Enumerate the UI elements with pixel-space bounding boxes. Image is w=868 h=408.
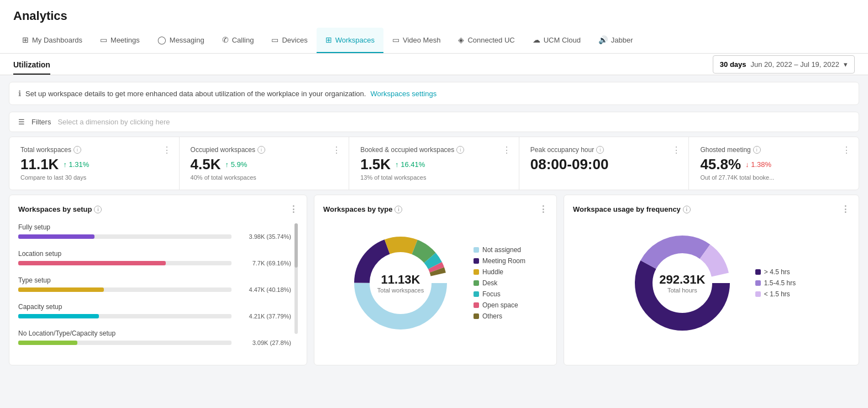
kpi-change: ↑ 16.41% xyxy=(395,160,425,169)
kpi-info-icon[interactable]: i xyxy=(73,146,81,154)
legend-item: Others xyxy=(474,312,525,320)
bar-fill xyxy=(18,341,77,345)
bar-track xyxy=(18,314,232,318)
nav-item-messaging[interactable]: ◯ Messaging xyxy=(149,28,213,53)
bar-row: No Location/Type/Capacity setup 3.09K (2… xyxy=(18,329,291,346)
kpi-peak-hour: Peak occupancy hour i 08:00-09:00 ⋮ xyxy=(519,137,690,190)
jabber-icon: 🔊 xyxy=(598,35,608,44)
legend-item: < 1.5 hrs xyxy=(755,290,796,298)
donut-type-legend: Not assigned Meeting Room Huddle Desk Fo… xyxy=(474,246,525,320)
chart-info-icon[interactable]: i xyxy=(683,206,691,213)
nav-item-devices[interactable]: ▭ Devices xyxy=(262,28,316,53)
legend-item: 1.5-4.5 hrs xyxy=(755,279,796,287)
kpi-ghosted-meeting: Ghosted meeting i 45.8% ↓ 1.38% Out of 2… xyxy=(689,137,859,190)
kpi-change: ↑ 1.31% xyxy=(63,160,89,169)
nav-item-calling[interactable]: ✆ Calling xyxy=(213,28,263,53)
bar-value: 7.7K (69.16%) xyxy=(236,260,291,266)
date-range-selector[interactable]: 30 days Jun 20, 2022 – Jul 19, 2022 ▾ xyxy=(713,55,855,74)
legend-item: Open space xyxy=(474,301,525,309)
legend-item: > 4.5 hrs xyxy=(755,268,796,276)
calling-icon: ✆ xyxy=(222,35,229,44)
bar-label: Capacity setup xyxy=(18,303,291,311)
nav-item-jabber[interactable]: 🔊 Jabber xyxy=(590,28,642,53)
bar-fill xyxy=(18,261,166,265)
workspaces-settings-link[interactable]: Workspaces settings xyxy=(370,90,436,98)
kpi-menu-button[interactable]: ⋮ xyxy=(332,145,341,155)
legend-item: Huddle xyxy=(474,268,525,276)
bar-row: Fully setup 3.98K (35.74%) xyxy=(18,223,291,240)
kpi-value: 4.5K ↑ 5.9% xyxy=(191,156,338,173)
kpi-value: 1.5K ↑ 16.41% xyxy=(360,156,508,173)
legend-item: Not assigned xyxy=(474,246,525,254)
kpi-menu-button[interactable]: ⋮ xyxy=(842,145,851,155)
bar-rows: Fully setup 3.98K (35.74%) Location setu… xyxy=(18,223,291,346)
bar-track xyxy=(18,234,232,239)
info-banner: ℹ Set up workspace details to get more e… xyxy=(9,82,859,105)
kpi-info-icon[interactable]: i xyxy=(753,146,761,154)
legend-item: Focus xyxy=(474,290,525,298)
kpi-info-icon[interactable]: i xyxy=(596,146,604,154)
workspaces-icon: ⊞ xyxy=(325,35,332,44)
kpi-change: ↑ 5.9% xyxy=(225,160,248,169)
kpi-menu-button[interactable]: ⋮ xyxy=(502,145,511,155)
donut-center-label: Total workspaces xyxy=(377,287,424,294)
messaging-icon: ◯ xyxy=(157,35,166,44)
chart-menu-button[interactable]: ⋮ xyxy=(841,204,850,215)
kpi-sub: Compare to last 30 days xyxy=(20,174,168,181)
kpi-booked-occupied: Booked & occupied workspaces i 1.5K ↑ 16… xyxy=(349,137,519,190)
donut-chart-frequency: 292.31K Total hours xyxy=(627,228,738,338)
chart-menu-button[interactable]: ⋮ xyxy=(539,204,548,215)
donut-center-value: 11.13K xyxy=(377,273,424,287)
bar-row: Type setup 4.47K (40.18%) xyxy=(18,276,291,293)
nav-bar: ⊞ My Dashboards ▭ Meetings ◯ Messaging ✆… xyxy=(0,28,868,54)
chart-info-icon[interactable]: i xyxy=(394,206,402,213)
bar-fill xyxy=(18,234,94,239)
date-range-value: Jun 20, 2022 – Jul 19, 2022 xyxy=(751,60,839,69)
bar-label: Location setup xyxy=(18,250,291,258)
kpi-title: Booked & occupied workspaces i xyxy=(360,146,508,154)
chart-info-icon[interactable]: i xyxy=(94,206,102,213)
meetings-icon: ▭ xyxy=(100,35,107,44)
filter-icon: ☰ xyxy=(18,118,25,126)
bar-label: Fully setup xyxy=(18,223,291,231)
filter-bar[interactable]: ☰ Filters Select a dimension by clicking… xyxy=(9,112,859,132)
bar-row: Location setup 7.7K (69.16%) xyxy=(18,250,291,266)
devices-icon: ▭ xyxy=(271,35,278,44)
kpi-menu-button[interactable]: ⋮ xyxy=(162,145,171,155)
nav-item-connected-uc[interactable]: ◈ Connected UC xyxy=(449,28,523,53)
kpi-value: 08:00-09:00 xyxy=(530,156,678,173)
charts-row: Workspaces by setup i ⋮ Fully setup 3.98… xyxy=(9,195,859,365)
nav-item-video-mesh[interactable]: ▭ Video Mesh xyxy=(383,28,449,53)
kpi-menu-button[interactable]: ⋮ xyxy=(672,145,681,155)
bar-value: 4.21K (37.79%) xyxy=(236,313,291,320)
tab-utilization[interactable]: Utilization xyxy=(13,54,50,75)
dashboard-icon: ⊞ xyxy=(22,35,29,44)
bar-track xyxy=(18,261,232,265)
legend-item: Desk xyxy=(474,279,525,287)
donut-center-value: 292.31K xyxy=(659,273,705,287)
kpi-title: Peak occupancy hour i xyxy=(530,146,678,154)
filter-placeholder: Select a dimension by clicking here xyxy=(57,118,170,126)
legend-item: Meeting Room xyxy=(474,257,525,265)
date-range-label: 30 days xyxy=(720,60,746,69)
bar-fill xyxy=(18,287,104,292)
kpi-value: 45.8% ↓ 1.38% xyxy=(700,156,848,173)
bar-label: Type setup xyxy=(18,276,291,284)
bar-row: Capacity setup 4.21K (37.79%) xyxy=(18,303,291,320)
nav-item-ucm-cloud[interactable]: ☁ UCM Cloud xyxy=(524,28,590,53)
bar-value: 4.47K (40.18%) xyxy=(236,286,291,293)
donut-freq-container: 292.31K Total hours > 4.5 hrs 1.5-4.5 hr… xyxy=(573,223,850,343)
chart-title: Workspace usage by frequency i ⋮ xyxy=(573,204,850,215)
kpi-info-icon[interactable]: i xyxy=(257,146,265,154)
chart-menu-button[interactable]: ⋮ xyxy=(289,204,298,215)
nav-item-meetings[interactable]: ▭ Meetings xyxy=(91,28,149,53)
kpi-info-icon[interactable]: i xyxy=(456,146,464,154)
chart-title: Workspaces by setup i ⋮ xyxy=(18,204,298,215)
kpi-sub: 13% of total workspaces xyxy=(360,174,508,181)
banner-text: Set up workspace details to get more enh… xyxy=(25,90,366,98)
nav-item-workspaces[interactable]: ⊞ Workspaces xyxy=(317,28,383,53)
nav-item-my-dashboards[interactable]: ⊞ My Dashboards xyxy=(13,28,91,53)
bar-value: 3.98K (35.74%) xyxy=(236,233,291,240)
kpi-change: ↓ 1.38% xyxy=(745,160,771,169)
bar-fill xyxy=(18,314,99,318)
